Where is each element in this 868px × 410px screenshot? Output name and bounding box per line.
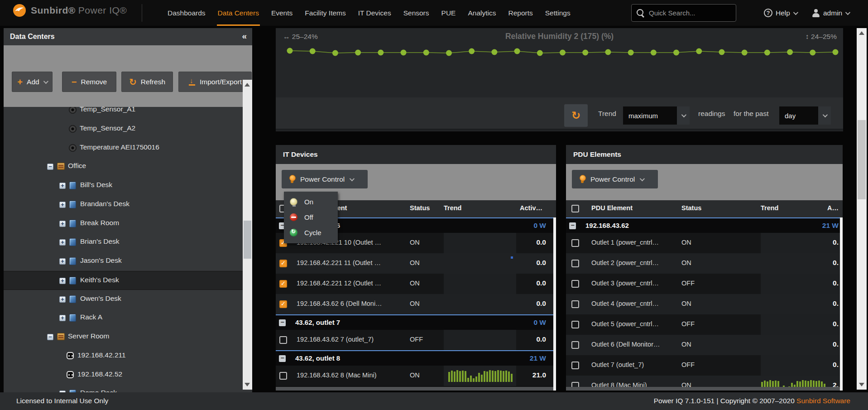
sidebar-scrollbar[interactable] [243,80,252,390]
menu-item-on[interactable]: On [284,194,338,209]
nav-item-sensors[interactable]: Sensors [403,0,429,26]
table-row[interactable]: Outlet 6 (Dell Monitor…ON0. [566,335,843,355]
page-scroll-thumb[interactable] [858,120,866,199]
expand-plus-icon[interactable]: + [59,258,66,265]
expand-plus-icon[interactable]: + [59,221,66,227]
row-checkbox[interactable] [571,260,579,267]
nav-item-it-devices[interactable]: IT Devices [358,0,391,26]
table-row[interactable]: Outlet 1 (power_cntrl…ON0. [566,233,843,253]
row-checkbox-checked[interactable] [279,280,287,288]
tree-item-192-168-42-211[interactable]: 192.168.42.211 [4,347,243,366]
period-select[interactable]: day [779,106,831,125]
scroll-up-icon[interactable] [245,83,250,87]
expand-plus-icon[interactable]: + [59,278,66,284]
nav-item-settings[interactable]: Settings [545,0,571,26]
row-checkbox[interactable] [571,341,579,349]
table-row[interactable]: 192.168.43.62 8 (Mac Mini)ON21.0 [276,366,556,386]
tree-item-brian-s-desk[interactable]: +Brian's Desk [4,233,243,252]
tree-item-temperature-aei1750016[interactable]: Temperature AEI1750016 [4,139,243,158]
group-row[interactable]: −43.62, outlet 821 W [276,350,556,366]
expand-plus-icon[interactable]: + [59,202,66,208]
table-row[interactable]: 192.168.43.62 7 (outlet_7)OFF0.0 [276,330,556,350]
tree-item-break-room[interactable]: +Break Room [4,214,243,233]
tree-item-192-168-42-52[interactable]: 192.168.42.52 [4,366,243,385]
expand-plus-icon[interactable]: + [59,315,66,321]
group-row[interactable]: −43.62, outlet 70 W [276,314,556,330]
expand-plus-icon[interactable]: + [59,239,66,246]
vendor-link[interactable]: Sunbird Software [796,397,850,405]
tree-item-rack-a[interactable]: +Rack A [4,309,243,328]
search-input[interactable] [649,9,730,17]
nav-item-analytics[interactable]: Analytics [468,0,496,26]
table-row[interactable]: 192.168.42.221 12 (Outlet …ON0.0 [276,274,556,294]
chart-point [833,49,839,55]
aggregation-select[interactable]: maximum [623,106,690,125]
collapse-minus-icon[interactable]: − [569,222,576,229]
nav-item-facility-items[interactable]: Facility Items [305,0,345,26]
tree-item-label: Temperature AEI1750016 [80,143,159,151]
power-control-button[interactable]: Power Control [282,170,368,188]
tree-item-owen-s-desk[interactable]: +Owen's Desk [4,290,243,309]
table-row[interactable]: Outlet 2 (power_cntrl…ON0. [566,253,843,274]
tree-item-jason-s-desk[interactable]: +Jason's Desk [4,252,243,271]
select-all-checkbox[interactable] [571,205,579,212]
row-checkbox[interactable] [571,280,579,288]
nav-item-data-centers[interactable]: Data Centers [218,0,259,26]
nav-item-dashboards[interactable]: Dashboards [168,0,206,26]
refresh-chart-button[interactable]: ↻ [564,104,588,127]
import-export-button[interactable]: Import/Export [178,72,252,92]
table-row[interactable]: 192.168.43.62 6 (Dell Moni…ON0.0 [276,294,556,314]
help-menu[interactable]: ? Help [764,0,797,26]
collapse-minus-icon[interactable]: − [47,164,53,170]
pdu-horizontal-scrollbar[interactable] [566,387,840,391]
it-horizontal-scrollbar[interactable] [276,387,553,391]
menu-item-cycle[interactable]: Cycle [284,225,338,240]
table-row[interactable]: Outlet 5 (power_cntrl…OFF0. [566,314,843,335]
group-row[interactable]: −192.168.43.6221 W [566,217,843,233]
user-menu[interactable]: admin [812,0,849,26]
active-power-value: 0.0 [536,335,546,343]
collapse-sidebar-icon[interactable]: « [242,31,247,41]
menu-item-off[interactable]: Off [284,209,338,225]
chevron-down-icon [681,112,686,117]
expand-plus-icon[interactable]: + [59,296,66,303]
collapse-minus-icon[interactable]: − [279,355,286,362]
sidebar-scroll-thumb[interactable] [244,221,251,259]
scroll-down-icon[interactable] [245,383,250,386]
collapse-minus-icon[interactable]: − [47,334,53,340]
tree-item-brandan-s-desk[interactable]: +Brandan's Desk [4,195,243,214]
power-control-button[interactable]: Power Control [572,170,658,188]
table-row[interactable]: 192.168.42.221 11 (Outlet …ON0.0 [276,253,556,274]
scroll-down-icon[interactable] [859,383,864,386]
row-checkbox[interactable] [571,239,579,247]
page-scrollbar[interactable] [857,28,867,390]
table-row[interactable]: Outlet 3 (power_cntrl…OFF0. [566,274,843,294]
table-row[interactable]: Outlet 7 (outlet_7)OFF0. [566,355,843,376]
tree-item-server-room[interactable]: −Server Room [4,328,243,347]
scroll-up-icon[interactable] [859,31,864,35]
add-button[interactable]: +Add [12,72,53,92]
row-checkbox[interactable] [279,372,287,380]
row-checkbox[interactable] [279,336,287,344]
tree-item-bill-s-desk[interactable]: +Bill's Desk [4,176,243,195]
row-checkbox-checked[interactable] [279,260,287,267]
remove-button[interactable]: −Remove [62,72,116,92]
collapse-minus-icon[interactable]: − [279,319,286,326]
quick-search[interactable] [631,4,736,22]
nav-item-events[interactable]: Events [271,0,293,26]
row-checkbox-checked[interactable] [279,300,287,308]
it-vertical-scrollbar[interactable] [553,217,556,391]
pdu-vertical-scrollbar[interactable] [840,217,843,391]
tree-item-keith-s-desk[interactable]: +Keith's Desk [4,271,243,290]
tree-item-office[interactable]: −Office [4,157,243,176]
table-row[interactable]: Outlet 4 (power_cntrl…ON0. [566,294,843,314]
row-checkbox[interactable] [571,321,579,328]
nav-item-reports[interactable]: Reports [508,0,532,26]
nav-item-pue[interactable]: PUE [441,0,456,26]
refresh-button[interactable]: ↻Refresh [121,72,173,92]
tree-item-temp-sensor-a2[interactable]: Temp_Sensor_A2 [4,120,243,139]
row-checkbox[interactable] [571,300,579,308]
tree-item-temp-sensor-a1[interactable]: Temp_Sensor_A1 [4,107,243,120]
row-checkbox[interactable] [571,362,579,369]
expand-plus-icon[interactable]: + [59,183,66,189]
